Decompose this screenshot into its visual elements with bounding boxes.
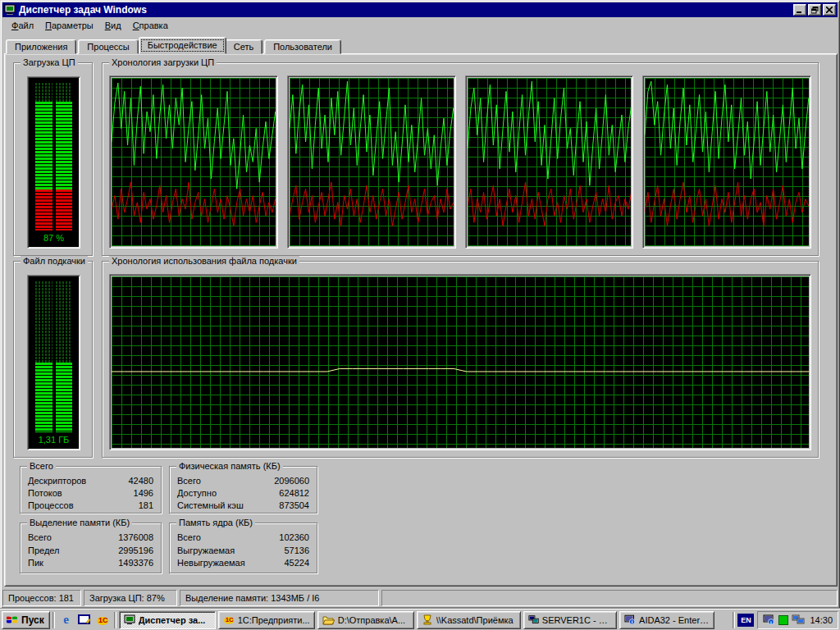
stat-value: 102360 — [279, 532, 309, 544]
titlebar[interactable]: Диспетчер задач Windows — [2, 2, 838, 17]
tray-box: i 14:30 — [757, 611, 838, 629]
pagefile-group-title: Файл подкачки — [21, 256, 88, 266]
cpu-history-chart-1 — [109, 75, 278, 249]
task-button-server1c[interactable]: SERVER1C - Дис... — [523, 611, 617, 629]
quick-launch-show-desktop[interactable] — [76, 612, 93, 628]
task-button-folder-otpravka[interactable]: D:\Отправка\А... — [317, 611, 414, 629]
computer-info-tray-icon[interactable]: i — [763, 614, 775, 625]
cpu-led-column-right — [56, 83, 73, 231]
kernel-memory-group: Память ядра (КБ) Всего102360 Выгружаемая… — [169, 523, 317, 573]
cpu-usage-gauge: 87 % — [27, 76, 80, 249]
quick-launch-1c[interactable]: 1С — [94, 612, 111, 628]
stat-label: Всего — [177, 475, 201, 487]
network-tray-icon[interactable] — [792, 614, 805, 625]
menu-options[interactable]: Параметры — [39, 19, 99, 32]
stat-label: Доступно — [177, 487, 217, 500]
task-button-kassatd-priemka[interactable]: \\Kassatd\Приёмка — [417, 611, 521, 629]
stat-value: 1376008 — [118, 532, 153, 544]
status-empty — [381, 590, 838, 606]
stat-label: Невыгружаемая — [177, 557, 245, 569]
led-zone-red — [35, 189, 52, 231]
led-zone-dim — [35, 281, 52, 363]
led-zone-red — [56, 189, 73, 231]
tabstrip: Приложения Процессы Быстродействие Сеть … — [6, 37, 343, 54]
pagefile-usage-group: Файл подкачки 1,31 ГБ — [13, 261, 93, 458]
stat-label: Всего — [28, 532, 52, 544]
tab-processes[interactable]: Процессы — [78, 39, 138, 54]
task-button-label: \\Kassatd\Приёмка — [436, 615, 514, 625]
menu-file[interactable]: Файл — [6, 19, 39, 32]
led-zone-dim — [56, 281, 73, 363]
stat-label: Системный кэш — [177, 500, 244, 512]
folder-open-icon — [322, 615, 335, 625]
menu-help[interactable]: Справка — [127, 19, 174, 32]
tab-users[interactable]: Пользователи — [264, 39, 341, 54]
task-manager-window: Диспетчер задач Windows Файл Параметры В… — [0, 0, 840, 609]
stat-value: 624812 — [279, 487, 309, 500]
led-zone-green — [35, 102, 52, 189]
cpu-history-chart-4 — [642, 75, 811, 249]
tab-applications[interactable]: Приложения — [6, 39, 76, 54]
tab-performance[interactable]: Быстродействие — [139, 37, 226, 54]
status-commit-charge: Выделение памяти: 1343МБ / I6 — [180, 590, 379, 606]
stat-row: Выгружаемая57136 — [177, 545, 309, 557]
stat-label: Пик — [28, 557, 43, 569]
taskbar: Пуск e 1С Диспетчер за... 1С 1С:Предприя… — [0, 609, 840, 630]
led-zone-dim — [56, 83, 73, 102]
close-button[interactable] — [823, 4, 836, 16]
led-zone-green — [35, 363, 52, 432]
led-zone-green — [56, 363, 73, 432]
windows-logo-icon — [6, 614, 19, 626]
internet-explorer-icon: e — [63, 613, 69, 627]
menu-view[interactable]: Вид — [99, 19, 127, 32]
task-button-label: SERVER1C - Дис... — [542, 615, 612, 625]
task-button-task-manager[interactable]: Диспетчер за... — [119, 611, 216, 629]
task-button-label: AIDA32 - Enterp... — [639, 615, 710, 625]
cpu-history-chart-2 — [287, 75, 456, 249]
task-button-1c-enterprise[interactable]: 1С 1С:Предприяти... — [218, 611, 315, 629]
stat-row: Системный кэш873504 — [177, 500, 309, 512]
shared-resource-icon — [422, 614, 433, 625]
task-button-label: D:\Отправка\А... — [338, 615, 405, 625]
task-button-aida32[interactable]: i AIDA32 - Enterp... — [619, 611, 714, 629]
stat-value: 873504 — [279, 500, 309, 512]
restore-button[interactable] — [808, 4, 821, 16]
stat-row: Дескрипторов42480 — [28, 475, 153, 487]
cpu-usage-line — [645, 81, 809, 179]
status-processes: Процессов: 181 — [2, 590, 81, 606]
green-status-tray-icon[interactable] — [778, 615, 788, 625]
tray-clock[interactable]: 14:30 — [808, 615, 833, 625]
close-icon — [826, 7, 833, 13]
stat-label: Процессов — [28, 500, 74, 512]
svg-text:1С: 1С — [225, 616, 233, 623]
app-icon — [4, 4, 16, 16]
restore-icon — [811, 7, 819, 14]
task-button-label: 1С:Предприяти... — [238, 615, 310, 625]
stat-label: Дескрипторов — [28, 475, 86, 487]
task-button-label: Диспетчер за... — [139, 615, 206, 625]
cpu-history-group-title: Хронология загрузки ЦП — [109, 57, 217, 67]
stat-value: 57136 — [284, 545, 309, 557]
minimize-button[interactable] — [793, 4, 806, 16]
cpu-usage-line — [112, 83, 276, 189]
stat-label: Всего — [177, 532, 201, 544]
menubar: Файл Параметры Вид Справка — [2, 18, 838, 33]
cpu-usage-group-title: Загрузка ЦП — [21, 57, 78, 67]
led-zone-green — [56, 102, 73, 189]
status-cpu-usage: Загрузка ЦП: 87% — [84, 590, 177, 606]
performance-page: Загрузка ЦП 87 % Хронология загрузки ЦП — [4, 53, 838, 587]
stat-row: Доступно624812 — [177, 487, 309, 500]
task-manager-icon — [124, 614, 135, 625]
totals-group: Всего Дескрипторов42480 Потоков1496 Проц… — [20, 466, 162, 514]
start-button[interactable]: Пуск — [2, 611, 50, 629]
stat-row: Процессов181 — [28, 500, 153, 512]
pagefile-led-column-left — [35, 281, 52, 432]
quick-launch-ie[interactable]: e — [58, 612, 75, 628]
one-c-icon: 1С — [223, 614, 235, 625]
tab-networking[interactable]: Сеть — [225, 39, 262, 54]
pagefile-history-chart — [109, 274, 811, 450]
computer-info-icon: i — [624, 614, 636, 625]
language-indicator[interactable]: EN — [737, 614, 754, 627]
stat-row: Потоков1496 — [28, 487, 153, 500]
stat-value: 45224 — [284, 557, 309, 569]
